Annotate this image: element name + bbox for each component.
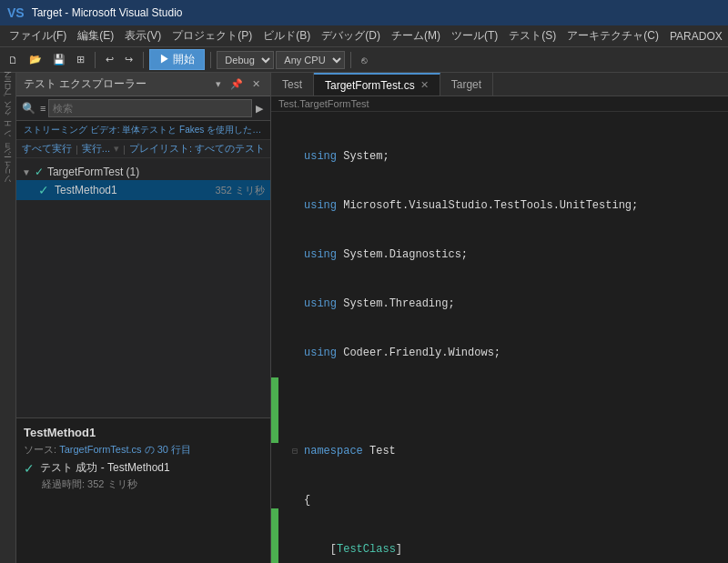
test-explorer-title: テスト エクスプローラー xyxy=(24,76,147,92)
search-input[interactable] xyxy=(48,99,252,117)
detail-source-link[interactable]: TargetFormTest.cs の 30 行目 xyxy=(59,444,191,455)
test-explorer-panel: テスト エクスプローラー ▾ 📌 ✕ 🔍 ≡ ▶ ストリーミング ビデオ: 単体… xyxy=(16,73,271,563)
test-tree: ▼ ✓ TargetFormTest (1) ✓ TestMethod1 352… xyxy=(16,158,270,417)
pin-btn[interactable]: 📌 xyxy=(228,77,246,91)
detail-status-label: テスト 成功 - TestMethod1 xyxy=(40,460,170,476)
toolbar-sep-4 xyxy=(350,52,351,68)
save-btn[interactable]: 💾 xyxy=(48,51,70,68)
toolbar-sep-3 xyxy=(210,52,211,68)
tab-targetformtest[interactable]: TargetFormTest.cs ✕ xyxy=(314,73,440,96)
code-line: using System; xyxy=(289,148,728,165)
close-panel-btn[interactable]: ✕ xyxy=(249,77,263,91)
group-name: TargetFormTest (1) xyxy=(47,166,139,178)
group-success-icon: ✓ xyxy=(35,166,44,178)
cpu-dropdown[interactable]: Any CPU xyxy=(276,51,345,69)
window-title: Target - Microsoft Visual Studio xyxy=(32,6,183,19)
action-bar: すべて実行 | 実行... ▾ | プレイリスト: すべてのテスト xyxy=(16,140,270,158)
menu-bar: ファイル(F) 編集(E) 表示(V) プロジェクト(P) ビルド(B) デバッ… xyxy=(0,25,728,47)
streaming-bar: ストリーミング ビデオ: 単体テストと Fakes を使用した反 » xyxy=(16,121,270,140)
tab-target[interactable]: Target xyxy=(440,73,493,96)
breadcrumb-namespace: Test.TargetFormTest xyxy=(278,98,369,109)
detail-time: 経過時間: 352 ミリ秒 xyxy=(42,478,263,491)
test-success-icon: ✓ xyxy=(38,183,49,197)
title-bar: VS Target - Microsoft Visual Studio xyxy=(0,0,728,25)
menu-tools[interactable]: ツール(T) xyxy=(446,26,503,45)
tab-targetformtest-label: TargetFormTest.cs xyxy=(325,79,415,92)
run-btn[interactable]: 実行... xyxy=(82,142,110,156)
redo-btn[interactable]: ↪ xyxy=(120,51,137,68)
menu-view[interactable]: 表示(V) xyxy=(119,26,167,45)
view-toggle-btn[interactable]: ≡ xyxy=(37,102,48,115)
menu-team[interactable]: チーム(M) xyxy=(386,26,446,45)
panel-menu-btn[interactable]: ▾ xyxy=(213,77,224,91)
code-line: using System.Diagnostics; xyxy=(289,246,728,263)
tab-test[interactable]: Test xyxy=(271,73,314,96)
menu-edit[interactable]: 編集(E) xyxy=(72,26,119,45)
detail-source: ソース: TargetFormTest.cs の 30 行目 xyxy=(24,443,263,457)
code-line: ⊟namespace Test xyxy=(289,443,728,459)
menu-file[interactable]: ファイル(F) xyxy=(4,26,72,45)
toolbar-sep-2 xyxy=(143,52,144,68)
toolbar-extra-btn[interactable]: ⎋ xyxy=(357,52,372,68)
debug-config-dropdown[interactable]: Debug xyxy=(217,51,274,69)
detail-status-icon: ✓ xyxy=(24,461,35,476)
group-arrow-icon: ▼ xyxy=(22,167,31,177)
toolbar-sep-1 xyxy=(95,52,96,68)
detail-method-name: TestMethod1 xyxy=(24,426,263,439)
search-bar: 🔍 ≡ ▶ xyxy=(16,96,270,121)
start-btn[interactable]: ▶ 開始 xyxy=(149,49,205,70)
code-line: [TestClass] xyxy=(289,541,728,558)
playlist-btn[interactable]: プレイリスト: すべてのテスト xyxy=(129,142,265,156)
tab-close-btn[interactable]: ✕ xyxy=(420,79,429,91)
test-name-label: TestMethod1 xyxy=(55,184,117,196)
code-editor[interactable]: using System; using Microsoft.VisualStud… xyxy=(271,112,728,563)
side-strip: ソリューション エクスプローラー xyxy=(0,73,16,563)
test-time-label: 352 ミリ秒 xyxy=(216,184,265,197)
solution-explorer-tab[interactable]: ソリューション エクスプローラー xyxy=(0,73,15,192)
test-group-header[interactable]: ▼ ✓ TargetFormTest (1) xyxy=(16,164,270,180)
code-gutter xyxy=(271,116,278,559)
save-all-btn[interactable]: ⊞ xyxy=(72,51,89,68)
menu-build[interactable]: ビルド(B) xyxy=(258,26,316,45)
code-line: using System.Threading; xyxy=(289,296,728,312)
code-content: using System; using Microsoft.VisualStud… xyxy=(278,116,728,559)
tab-target-label: Target xyxy=(451,78,481,91)
undo-btn[interactable]: ↩ xyxy=(101,51,118,68)
streaming-link[interactable]: ストリーミング ビデオ: 単体テストと Fakes を使用した反 » xyxy=(24,125,268,135)
test-explorer-header: テスト エクスプローラー ▾ 📌 ✕ xyxy=(16,73,270,96)
code-breadcrumb: Test.TargetFormTest xyxy=(271,96,728,112)
tab-bar: Test TargetFormTest.cs ✕ Target xyxy=(271,73,728,96)
test-item-testmethod1[interactable]: ✓ TestMethod1 352 ミリ秒 xyxy=(16,180,270,200)
tab-test-label: Test xyxy=(282,78,302,91)
detail-panel: TestMethod1 ソース: TargetFormTest.cs の 30 … xyxy=(16,417,270,563)
code-line: using Microsoft.VisualStudio.TestTools.U… xyxy=(289,197,728,214)
menu-arch[interactable]: アーキテクチャ(C) xyxy=(561,26,664,45)
search-go-btn[interactable]: ▶ xyxy=(252,101,267,116)
code-area: Test TargetFormTest.cs ✕ Target Test.Tar… xyxy=(271,73,728,563)
vs-logo-icon: VS xyxy=(7,5,25,20)
menu-debug[interactable]: デバッグ(D) xyxy=(316,26,386,45)
code-line: using Codeer.Friendly.Windows; xyxy=(289,345,728,361)
code-line xyxy=(289,394,728,410)
toolbar: 🗋 📂 💾 ⊞ ↩ ↪ ▶ 開始 Debug Any CPU ⎋ xyxy=(0,47,728,73)
test-group: ▼ ✓ TargetFormTest (1) ✓ TestMethod1 352… xyxy=(16,164,270,200)
main-layout: ソリューション エクスプローラー テスト エクスプローラー ▾ 📌 ✕ 🔍 ≡ … xyxy=(0,73,728,563)
new-project-btn[interactable]: 🗋 xyxy=(4,52,23,68)
panel-controls: ▾ 📌 ✕ xyxy=(213,77,263,91)
code-line: { xyxy=(289,492,728,508)
menu-paradox[interactable]: PARADOX xyxy=(664,28,728,45)
run-all-btn[interactable]: すべて実行 xyxy=(22,142,72,156)
open-btn[interactable]: 📂 xyxy=(25,51,46,68)
menu-test[interactable]: テスト(S) xyxy=(503,26,561,45)
menu-project[interactable]: プロジェクト(P) xyxy=(167,26,258,45)
detail-status: ✓ テスト 成功 - TestMethod1 xyxy=(24,460,263,476)
test-item-name: ✓ TestMethod1 xyxy=(38,183,117,197)
search-icon: 🔍 xyxy=(20,100,37,116)
